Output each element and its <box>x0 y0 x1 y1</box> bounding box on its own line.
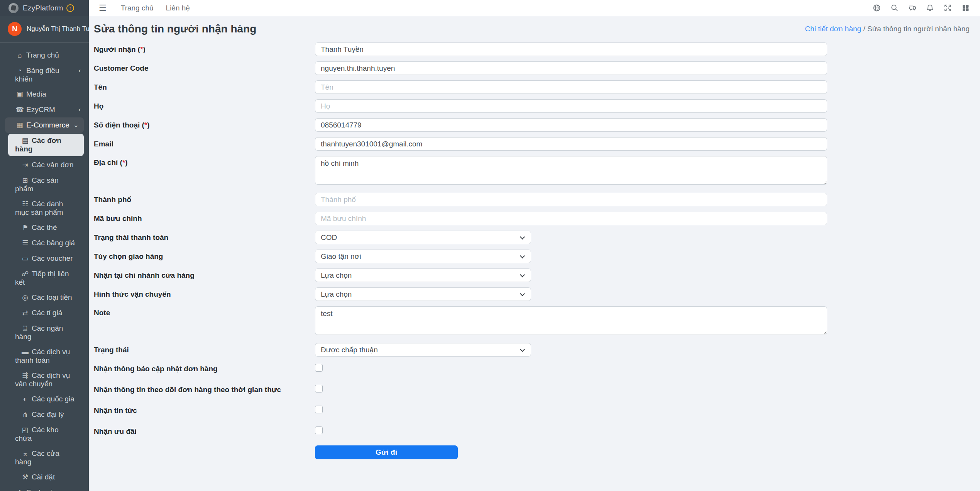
topnav-link-1[interactable]: Liên hệ <box>166 4 190 12</box>
sidebar-item-payment-services[interactable]: ▬Các dịch vụ thanh toán <box>0 344 89 368</box>
top-nav: Trang chủLiên hệ <box>121 4 190 12</box>
sidebar-item-currencies[interactable]: ◎Các loại tiền <box>0 290 89 305</box>
chevron-down-icon <box>520 253 525 258</box>
sidebar-item-price-tables[interactable]: ☰Các bảng giá <box>0 235 89 251</box>
form-row: Mã bưu chính <box>94 212 980 225</box>
sidebar-item-label: Các voucher <box>32 254 73 262</box>
sidebar-item-dashboard[interactable]: ◔Bảng điều khiển‹ <box>0 63 89 87</box>
field-label: Mã bưu chính <box>94 214 315 223</box>
avatar: N <box>8 22 22 36</box>
field-postal-code[interactable] <box>315 212 827 225</box>
checkbox-news[interactable] <box>315 406 323 413</box>
field-delivery-option[interactable]: Giao tận nơi <box>315 250 531 263</box>
sidebar-item-label: EzyCRM <box>26 105 55 114</box>
sidebar-item-shipping-orders[interactable]: ⇥Các vận đơn <box>0 157 89 173</box>
form-row: Nhận thông tin theo dõi đơn hàng theo th… <box>94 383 980 394</box>
banks-icon: ♖ <box>20 325 30 333</box>
countries-icon: ◐ <box>20 395 30 403</box>
payment-services-icon: ▬ <box>20 348 30 356</box>
user-panel[interactable]: N Nguyễn Thị Thanh Tuyền <box>0 16 89 43</box>
breadcrumb: Chi tiết đơn hàng / Sửa thông tin người … <box>805 25 970 33</box>
select-value: Lựa chọn <box>321 271 352 280</box>
required-marker: (*) <box>140 121 149 129</box>
exchange-rates-icon: ⇄ <box>20 309 30 317</box>
sidebar-item-settings[interactable]: ⚒Cài đặt <box>0 469 89 485</box>
field-address[interactable] <box>315 156 827 185</box>
sidebar-item-product-categories[interactable]: ☷Các danh mục sản phẩm <box>0 196 89 220</box>
sidebar-item-tags[interactable]: ⚑Các thẻ <box>0 220 89 235</box>
sidebar-item-label: Các tỉ giá <box>32 309 62 317</box>
field-label: Nhận thông tin theo dõi đơn hàng theo th… <box>94 386 315 394</box>
top-icons <box>873 4 970 12</box>
field-email[interactable] <box>315 137 827 151</box>
globe-icon[interactable] <box>873 4 881 12</box>
sidebar-item-orders[interactable]: ▤Các đơn hàng <box>8 134 84 156</box>
field-shipping-method[interactable]: Lựa chọn <box>315 287 531 301</box>
form-row: Số điện thoại (*) <box>94 118 980 132</box>
chat-icon[interactable] <box>908 4 916 12</box>
sidebar-item-ezylogin[interactable]: ♟EzyLogin‹ <box>0 485 89 491</box>
field-phone[interactable] <box>315 118 827 132</box>
sidebar-item-stores[interactable]: ⌅Các cửa hàng <box>0 446 89 469</box>
hamburger-icon[interactable]: ☰ <box>99 3 107 13</box>
topnav-link-0[interactable]: Trang chủ <box>121 4 154 12</box>
submit-button[interactable]: Gửi đi <box>315 445 458 459</box>
sidebar-item-exchange-rates[interactable]: ⇄Các tỉ giá <box>0 305 89 321</box>
sidebar-item-label: E-Commerce <box>26 121 69 129</box>
field-label: Số điện thoại (*) <box>94 121 315 129</box>
checkbox-realtime-order-tracking[interactable] <box>315 385 323 392</box>
sidebar-item-ezycrm[interactable]: ☎EzyCRM‹ <box>0 102 89 117</box>
sidebar-item-countries[interactable]: ◐Các quốc gia <box>0 391 89 407</box>
required-marker: (*) <box>118 158 127 166</box>
expand-icon[interactable] <box>944 4 952 12</box>
ecommerce-icon: ▦ <box>15 121 24 129</box>
field-store-branch-pickup[interactable]: Lựa chọn <box>315 268 531 282</box>
form-row: Nhận tin tức <box>94 404 980 415</box>
field-recipient[interactable] <box>315 42 827 56</box>
grid-icon[interactable] <box>961 4 970 12</box>
field-city[interactable] <box>315 193 827 206</box>
form-row: Trạng tháiĐược chấp thuận <box>94 343 980 357</box>
agencies-icon: ⋔ <box>20 411 30 419</box>
sidebar-item-affiliate[interactable]: ☍Tiếp thị liên kết <box>0 266 89 290</box>
sidebar-item-warehouses[interactable]: ◰Các kho chứa <box>0 422 89 446</box>
bell-icon[interactable] <box>926 4 934 12</box>
form-row: Customer Code <box>94 61 980 75</box>
field-first-name[interactable] <box>315 80 827 94</box>
form-row: Trạng thái thanh toánCOD <box>94 231 980 244</box>
breadcrumb-link[interactable]: Chi tiết đơn hàng <box>805 25 862 33</box>
sidebar-item-shipping-services[interactable]: ⇶Các dịch vụ vận chuyển <box>0 368 89 391</box>
search-icon[interactable] <box>890 4 899 12</box>
form-row: Nhận ưu đãi <box>94 425 980 436</box>
brand-bar[interactable]: EzyPlatform ↑ <box>0 0 89 16</box>
chevron-left-icon: ‹ <box>78 105 81 114</box>
select-value: Được chấp thuận <box>321 346 378 354</box>
field-note[interactable] <box>315 306 827 335</box>
field-status[interactable]: Được chấp thuận <box>315 343 531 357</box>
settings-icon: ⚒ <box>20 473 30 481</box>
sidebar-item-label: Media <box>26 90 46 98</box>
home-icon: ⌂ <box>15 51 24 59</box>
chevron-down-icon <box>520 347 525 352</box>
field-last-name[interactable] <box>315 99 827 113</box>
select-value: Giao tận nơi <box>321 252 361 261</box>
field-payment-status[interactable]: COD <box>315 231 531 244</box>
dashboard-icon: ◔ <box>15 67 24 75</box>
field-label: Tùy chọn giao hàng <box>94 252 315 261</box>
chevron-down-icon <box>520 272 525 277</box>
checkbox-promotions[interactable] <box>315 426 323 434</box>
orders-icon: ▤ <box>20 137 30 145</box>
checkbox-order-update-notification[interactable] <box>315 364 323 372</box>
sidebar-item-ecommerce[interactable]: ▦E-Commerce⌄ <box>5 117 84 133</box>
sidebar-item-vouchers[interactable]: ▭Các voucher <box>0 251 89 266</box>
sidebar-item-agencies[interactable]: ⋔Các đại lý <box>0 407 89 422</box>
field-customer-code[interactable] <box>315 61 827 75</box>
form-row: Thành phố <box>94 193 980 206</box>
sidebar-item-media[interactable]: ▣Media <box>0 87 89 102</box>
form-row: Nhận thông báo cập nhật đơn hàng <box>94 362 980 374</box>
field-label: Customer Code <box>94 64 315 73</box>
select-value: Lựa chọn <box>321 290 352 299</box>
sidebar-item-home[interactable]: ⌂Trang chủ <box>0 48 89 63</box>
sidebar-item-products[interactable]: ⊞Các sản phẩm <box>0 173 89 196</box>
sidebar-item-banks[interactable]: ♖Các ngân hàng <box>0 321 89 344</box>
